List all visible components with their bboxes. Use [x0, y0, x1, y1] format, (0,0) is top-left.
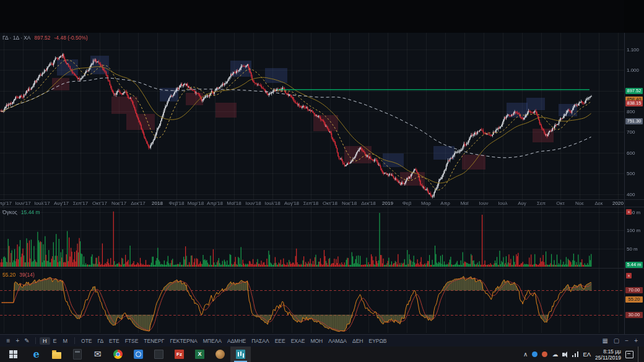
photos-icon	[134, 350, 143, 359]
taskbar-app-file-explorer[interactable]	[46, 347, 67, 362]
timeframe-Η[interactable]: Η	[40, 337, 50, 345]
zoom-out-icon[interactable]: −	[625, 337, 629, 344]
chrome-icon	[113, 350, 123, 359]
taskbar-app-filezilla[interactable]	[169, 347, 189, 362]
system-tray: ∧☁ ΕΛ 8:15 μμ 25/11/2019	[520, 347, 644, 362]
time-label: Αυγ'18	[281, 200, 302, 206]
time-label: 2019	[377, 200, 398, 206]
globe-browser-icon	[215, 350, 225, 359]
time-label: Ιουλ'18	[262, 200, 283, 206]
volume-tick: 50 m	[627, 246, 638, 252]
start-button[interactable]	[0, 347, 26, 362]
taskbar-apps	[26, 347, 251, 362]
skype-icon[interactable]	[532, 351, 537, 357]
mail-icon	[94, 350, 102, 359]
time-label: Μαϊ	[454, 200, 475, 206]
ticker-ΕΕΕ[interactable]: ΕΕΕ	[272, 337, 288, 345]
ticker-FTSE[interactable]: FTSE	[123, 337, 141, 345]
time-label: Ιουν'17	[12, 200, 33, 206]
taskbar-app-terminal[interactable]	[149, 347, 169, 362]
language-indicator[interactable]: ΕΛ	[583, 351, 591, 358]
ticker-ΕΧΑΕ[interactable]: ΕΧΑΕ	[289, 337, 308, 345]
taskbar-app-excel[interactable]	[189, 347, 210, 362]
chart-overlay: ΓΔ · 1Δ · ΧΑ 897.52 -4.48 (-0.50%) Όγκος…	[0, 0, 644, 347]
show-desktop-button[interactable]	[638, 347, 640, 362]
windows-logo-icon	[9, 350, 17, 358]
panel-separator	[0, 207, 644, 207]
taskbar-app-photos[interactable]	[128, 347, 149, 362]
action-center-icon[interactable]	[625, 351, 633, 358]
ticker-ΜΠΕΛΑ[interactable]: ΜΠΕΛΑ	[201, 337, 224, 345]
time-label: 2018	[147, 200, 168, 206]
price-tick: 800	[627, 109, 635, 114]
rsi-badge: 55.20	[625, 296, 643, 303]
volume-value: 15.44 m	[21, 210, 40, 215]
hidden-icons-chevron-icon[interactable]: ∧	[523, 351, 528, 358]
time-label: Ιουλ	[492, 200, 513, 206]
ticker-ΕΤΕ[interactable]: ΕΤΕ	[107, 337, 122, 345]
ticker-ΓΕΚΤΕΡΝΑ[interactable]: ΓΕΚΤΕΡΝΑ	[167, 337, 199, 345]
taskbar-app-mail[interactable]	[87, 347, 108, 362]
rsi-signal-value: 39(14)	[19, 272, 35, 278]
timeframe-Ε[interactable]: Ε	[50, 337, 60, 345]
last-price-badge: 897.52	[625, 88, 643, 94]
clock-date: 25/11/2019	[595, 355, 621, 361]
network-icon[interactable]	[572, 351, 578, 357]
time-label: Φεβ	[396, 200, 417, 206]
taskbar-app-calculator[interactable]	[67, 347, 87, 362]
taskbar-clock[interactable]: 8:15 μμ 25/11/2019	[595, 348, 621, 361]
crosshair-icon[interactable]: +	[13, 337, 22, 344]
chart-type-icon[interactable]: ▦	[602, 337, 607, 344]
time-label: Απρ	[435, 200, 456, 206]
ticker-ΓΔ[interactable]: ΓΔ	[95, 337, 107, 345]
close-volume-indicator-button[interactable]: ×	[626, 209, 632, 215]
time-label: Δεκ	[588, 200, 609, 206]
ticker-ΛΑΜΔΑ[interactable]: ΛΑΜΔΑ	[326, 337, 349, 345]
taskbar-app-chrome[interactable]	[108, 347, 128, 362]
taskbar-app-edge[interactable]	[26, 347, 46, 362]
ticker-watchlist: ΟΤΕΓΔΕΤΕFTSEΤΕΝΕΡΓΓΕΚΤΕΡΝΑΜΠΕΛΑΑΔΜΗΕΠΑΣΑ…	[79, 337, 389, 345]
taskbar-app-trading-app[interactable]	[230, 347, 251, 362]
rsi-badge: 30.00	[625, 312, 643, 318]
drawing-tools: ≡+✎	[4, 337, 32, 344]
antivirus-icon[interactable]	[542, 351, 547, 357]
time-label: Νοε	[569, 200, 590, 206]
ticker-ΑΔΜΗΕ[interactable]: ΑΔΜΗΕ	[225, 337, 248, 345]
ticker-ΠΑΣΑΛ[interactable]: ΠΑΣΑΛ	[249, 337, 271, 345]
close-rsi-indicator-button[interactable]: ×	[626, 273, 632, 278]
time-label: Οκτ'17	[89, 200, 110, 206]
time-label: Οκτ'18	[320, 200, 341, 206]
fullscreen-icon[interactable]: ▢	[614, 337, 619, 344]
time-label: Αυγ'17	[51, 200, 72, 206]
rsi-value: 55.20	[2, 272, 15, 278]
excel-icon	[195, 350, 204, 359]
onedrive-cloud-icon[interactable]: ☁	[552, 351, 558, 358]
time-label: Δεκ'17	[128, 200, 149, 206]
taskbar-app-globe-browser[interactable]	[210, 347, 230, 362]
volume-last-badge: 5.44 m	[625, 262, 643, 268]
ticker-ΟΤΕ[interactable]: ΟΤΕ	[79, 337, 94, 345]
time-label: Σεπ	[531, 200, 552, 206]
draw-icon[interactable]: ✎	[22, 337, 32, 344]
toolbar-divider	[35, 337, 36, 344]
ticker-ΜΟΗ[interactable]: ΜΟΗ	[308, 337, 325, 345]
ticker-ΕΥΡΩΒ[interactable]: ΕΥΡΩΒ	[367, 337, 389, 345]
menu-icon[interactable]: ≡	[4, 337, 13, 344]
time-label: Μαϊ'18	[224, 200, 245, 206]
ticker-ΤΕΝΕΡΓ[interactable]: ΤΕΝΕΡΓ	[141, 337, 167, 345]
file-explorer-icon	[52, 352, 61, 359]
price-tick: 1.100	[627, 47, 639, 53]
time-label: Οκτ	[550, 200, 571, 206]
ticker-ΔΕΗ[interactable]: ΔΕΗ	[350, 337, 366, 345]
legend-symbol: ΓΔ · 1Δ · ΧΑ	[2, 35, 31, 41]
time-label: Απρ'18	[204, 200, 225, 206]
volume-icon[interactable]	[562, 353, 565, 356]
volume-tick: 100 m	[627, 228, 640, 233]
legend-close: 897.52	[35, 35, 51, 41]
price-tick: 700	[627, 129, 635, 135]
zoom-in-icon[interactable]: +	[634, 337, 638, 344]
timeframe-Μ[interactable]: Μ	[60, 337, 71, 345]
trading-app-window: ΓΔ · 1Δ · ΧΑ 897.52 -4.48 (-0.50%) Όγκος…	[0, 0, 644, 347]
ma-slow-badge: 751.30	[625, 118, 643, 124]
volume-label: Όγκος	[2, 210, 17, 215]
